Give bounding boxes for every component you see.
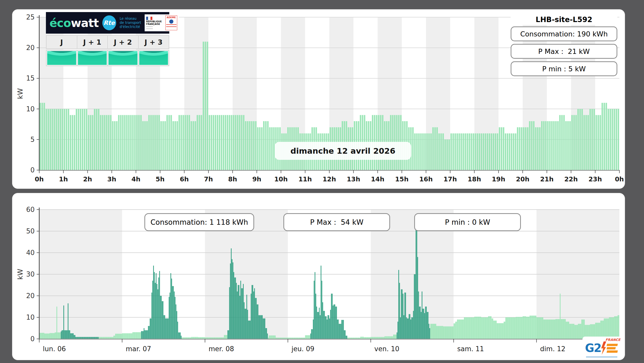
weekly-bar — [64, 330, 65, 339]
daily-bar — [577, 109, 579, 170]
daily-bar — [116, 121, 118, 170]
daily-bar — [183, 115, 184, 170]
weekly-bar — [193, 337, 194, 339]
weekly-bar — [118, 334, 118, 339]
weekly-bar — [318, 312, 319, 339]
daily-bar — [509, 133, 510, 170]
weekly-bar — [547, 319, 548, 339]
weekly-bar — [378, 337, 379, 339]
svg-text:7h: 7h — [204, 175, 213, 183]
weekly-bar — [328, 315, 328, 339]
weekly-bar — [49, 333, 49, 339]
weekly-bar — [584, 319, 585, 339]
weekly-bar — [313, 319, 314, 339]
daily-bar — [245, 121, 246, 170]
weekly-bar — [297, 338, 298, 339]
weekly-bar — [612, 317, 613, 339]
daily-bar — [94, 109, 95, 170]
weekly-bar — [324, 311, 325, 339]
daily-bar — [519, 127, 520, 170]
weekly-bar — [610, 317, 611, 339]
weekly-bar — [346, 336, 346, 339]
day-button-j1[interactable]: J + 1 — [77, 36, 107, 48]
ecowatt-logo-eco: éco — [49, 16, 71, 30]
weekly-bar — [438, 326, 439, 339]
weekly-bar — [448, 326, 448, 339]
signal-tile-j3[interactable] — [139, 51, 169, 65]
weekly-bar — [329, 315, 329, 339]
daily-bar — [551, 121, 553, 170]
weekly-bar — [67, 330, 68, 339]
daily-bar — [52, 109, 53, 170]
weekly-bar — [205, 337, 206, 339]
weekly-bar — [295, 338, 295, 339]
daily-bar — [549, 121, 551, 170]
weekly-bar — [331, 294, 332, 339]
daily-bar — [591, 109, 593, 170]
weekly-bar — [62, 330, 63, 339]
daily-bar — [485, 133, 486, 170]
daily-bar — [217, 115, 218, 170]
weekly-bar — [107, 337, 108, 339]
weekly-bar — [344, 330, 345, 339]
weekly-bar — [243, 284, 244, 339]
daily-bar — [118, 115, 120, 170]
weekly-bar — [247, 310, 248, 339]
weekly-bar — [70, 333, 71, 339]
daily-bar — [541, 121, 543, 170]
daily-bar — [46, 109, 47, 170]
weekly-bar — [136, 332, 137, 339]
weekly-bar — [333, 306, 333, 339]
daily-bar — [525, 127, 527, 170]
daily-bar — [76, 109, 77, 170]
weekly-bar — [68, 303, 68, 339]
weekly-bar — [489, 316, 490, 339]
weekly-bar — [600, 321, 601, 339]
weekly-bar — [85, 337, 86, 339]
weekly-bar — [493, 321, 494, 339]
weekly-bar — [618, 315, 618, 339]
weekly-bar — [287, 338, 288, 339]
daily-bar — [56, 109, 57, 170]
signal-tile-j1[interactable] — [77, 51, 107, 65]
weekly-bar — [414, 274, 415, 339]
signal-tile-j[interactable] — [47, 51, 77, 65]
weekly-bar — [520, 317, 521, 339]
daily-bar — [243, 115, 244, 170]
daily-bar — [197, 115, 198, 170]
weekly-bar — [319, 308, 320, 339]
daily-bar — [616, 109, 617, 170]
daily-bar — [253, 121, 255, 170]
weekly-bar — [576, 325, 577, 339]
daily-pmin-stat: P min : 5 kW — [511, 61, 617, 76]
weekly-bar — [271, 336, 272, 339]
weekly-bar — [176, 311, 177, 339]
signal-tile-j2[interactable] — [108, 51, 138, 65]
weekly-bar — [514, 317, 515, 339]
weekly-bar — [296, 338, 297, 339]
svg-text:jeu. 09: jeu. 09 — [291, 345, 314, 353]
weekly-bar — [356, 338, 357, 339]
day-button-j3[interactable]: J + 3 — [139, 36, 169, 48]
daily-bar — [533, 121, 534, 170]
svg-text:16h: 16h — [419, 175, 433, 183]
weekly-bar — [342, 320, 343, 339]
weekly-bar — [245, 309, 246, 339]
svg-text:17h: 17h — [443, 175, 457, 183]
weekly-bar — [417, 257, 418, 339]
weekly-bar — [296, 338, 296, 339]
weekly-bar — [354, 338, 355, 339]
weekly-bar — [549, 319, 549, 339]
daily-bar — [545, 121, 547, 170]
weekly-bar — [387, 336, 388, 339]
day-button-j2[interactable]: J + 2 — [108, 36, 138, 48]
day-button-j[interactable]: J — [47, 36, 77, 48]
weekly-bar — [524, 316, 525, 339]
weekly-bar — [114, 336, 115, 339]
weekly-bar — [317, 312, 318, 339]
weekly-bar — [220, 337, 221, 339]
weekly-bar — [465, 317, 465, 339]
weekly-bar — [450, 326, 451, 339]
weekly-bar — [264, 318, 264, 339]
weekly-bar — [442, 326, 442, 339]
